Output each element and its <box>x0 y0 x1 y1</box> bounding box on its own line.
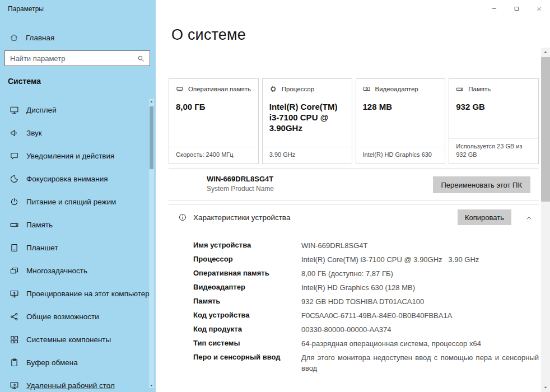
spec-row: Перо и сенсорный ввод Для этого монитора… <box>169 352 539 374</box>
summary-card: Видеоадаптер 128 MB Intel(R) HD Graphics… <box>356 78 446 164</box>
device-name-panel: WIN-669DRL8SG4T System Product Name Пере… <box>169 168 539 201</box>
spec-label: Имя устройства <box>193 240 301 249</box>
multitask-icon <box>10 266 19 276</box>
spec-row: Оперативная память 8,00 ГБ (доступно: 7,… <box>169 268 539 282</box>
home-icon <box>10 33 18 42</box>
components-icon <box>10 335 19 344</box>
sidebar-section-title: Система <box>8 77 41 86</box>
search-input[interactable] <box>5 54 137 63</box>
summary-card-title: Видеоадаптер <box>375 86 418 92</box>
sidebar-nav: Дисплей Звук Уведомления и действия Фоку… <box>0 99 147 392</box>
spec-row: Видеоадаптер Intel(R) HD Graphics 630 (1… <box>169 282 539 296</box>
summary-card-title: Оперативная память <box>188 86 251 92</box>
summary-card-header: Процессор <box>269 85 345 93</box>
sidebar-item[interactable]: Проецирование на этот компьютер <box>0 282 147 305</box>
device-specs-header: Характеристики устройства Копировать <box>169 204 539 229</box>
spec-value: F0C5AA0C-6711-49BA-84E0-0B0B40FBBA1A <box>301 310 539 321</box>
device-texts: WIN-669DRL8SG4T System Product Name <box>207 175 274 193</box>
minimize-button[interactable] <box>483 0 505 17</box>
search-icon[interactable] <box>137 54 145 63</box>
sidebar-item[interactable]: Питание и спящий режим <box>0 190 147 213</box>
spec-label: Видеоадаптер <box>193 282 301 291</box>
sidebar-item[interactable]: Память <box>0 213 147 236</box>
sidebar-scrollbar[interactable] <box>149 99 154 388</box>
sidebar-item[interactable]: Уведомления и действия <box>0 144 147 167</box>
close-button[interactable] <box>528 0 550 17</box>
device-specs-title: Характеристики устройства <box>193 213 290 222</box>
main-scroll-down-icon[interactable] <box>541 383 550 392</box>
main-scroll-up-icon[interactable] <box>541 48 550 57</box>
copy-button[interactable]: Копировать <box>458 209 511 225</box>
sidebar-item[interactable]: Фокусировка внимания <box>0 167 147 190</box>
clipboard-icon <box>10 358 19 367</box>
spec-value: 00330-80000-00000-AA374 <box>301 324 539 335</box>
device-specs-list: Имя устройства WIN-669DRL8SG4T Процессор… <box>169 240 539 374</box>
sidebar-item[interactable]: Системные компоненты <box>0 328 147 351</box>
notifications-icon <box>10 151 19 161</box>
main-content: О системе Оперативная память 8,00 ГБ Ско… <box>156 0 550 392</box>
sidebar-item[interactable]: Звук <box>0 122 147 144</box>
sidebar-scroll-up-icon[interactable] <box>149 99 154 104</box>
spec-label: Код продукта <box>193 324 301 333</box>
sidebar-item-home[interactable]: Главная <box>0 28 145 47</box>
sidebar-item[interactable]: Многозадачность <box>0 259 147 282</box>
spec-label: Тип системы <box>193 338 301 347</box>
summary-card-header: Видеоадаптер <box>363 85 439 93</box>
power-icon <box>10 197 19 207</box>
spec-value: 932 GB HDD TOSHIBA DT01ACA100 <box>301 296 539 307</box>
summary-card-value: 8,00 ГБ <box>176 101 251 112</box>
sidebar-item[interactable]: Дисплей <box>0 99 147 122</box>
home-label: Главная <box>26 34 54 42</box>
rename-pc-button[interactable]: Переименовать этот ПК <box>433 176 531 193</box>
sidebar-item[interactable]: Удаленный рабочий стол <box>0 374 147 392</box>
summary-card-title: Память <box>468 86 491 92</box>
summary-cards: Оперативная память 8,00 ГБ Скорость: 240… <box>169 78 539 164</box>
spec-row: Имя устройства WIN-669DRL8SG4T <box>169 240 539 254</box>
spec-row: Код продукта 00330-80000-00000-AA374 <box>169 324 539 338</box>
summary-card-value: 932 GB <box>456 101 532 112</box>
summary-card-value: 128 MB <box>363 101 439 112</box>
sidebar-scroll-down-icon[interactable] <box>149 382 154 388</box>
close-icon <box>536 6 542 12</box>
spec-row: Память 932 GB HDD TOSHIBA DT01ACA100 <box>169 296 539 310</box>
spec-value: Intel(R) HD Graphics 630 (128 MB) <box>301 282 539 293</box>
chevron-up-icon <box>525 214 533 222</box>
minimize-icon <box>491 6 497 12</box>
summary-card-value: Intel(R) Core(TM) i3-7100 CPU @ 3.90GHz <box>269 101 345 134</box>
spec-row: Тип системы 64-разрядная операционная си… <box>169 338 539 352</box>
summary-card: Память 932 GB Используется 23 GB из 932 … <box>449 78 539 164</box>
spec-label: Перо и сенсорный ввод <box>193 352 301 361</box>
spec-row: Процессор Intel(R) Core(TM) i3-7100 CPU … <box>169 254 539 268</box>
summary-card-footer: Используется 23 GB из 932 GB <box>449 138 538 164</box>
summary-card-footer: Intel(R) HD Graphics 630 <box>356 147 445 164</box>
focus-icon <box>10 174 19 184</box>
titlebar <box>156 0 550 17</box>
spec-label: Оперативная память <box>193 268 301 277</box>
spec-value: 64-разрядная операционная система, проце… <box>301 338 539 349</box>
cpu-icon <box>269 85 277 93</box>
main-scrollbar-thumb[interactable] <box>541 57 550 202</box>
tablet-icon <box>10 243 19 253</box>
maximize-button[interactable] <box>505 0 528 17</box>
gpu-icon <box>363 85 371 93</box>
spec-label: Код устройства <box>193 310 301 319</box>
projecting-icon <box>10 289 19 298</box>
summary-card-footer: Скорость: 2400 МГц <box>169 147 258 164</box>
sound-icon <box>10 128 19 138</box>
sidebar-item[interactable]: Общие возможности <box>0 305 147 328</box>
sidebar-item[interactable]: Буфер обмена <box>0 351 147 374</box>
main-scrollbar[interactable] <box>541 48 550 392</box>
sidebar-item[interactable]: Планшет <box>0 236 147 259</box>
spec-value: Для этого монитора недоступен ввод с пом… <box>301 352 539 374</box>
disk-icon <box>456 85 464 93</box>
window-controls <box>483 0 550 17</box>
spec-value: WIN-669DRL8SG4T <box>301 240 539 251</box>
window-caption: Параметры <box>8 5 44 13</box>
collapse-section-button[interactable] <box>523 212 534 223</box>
info-icon <box>178 213 187 222</box>
spec-label: Память <box>193 296 301 305</box>
settings-window: Параметры Главная Система Дисплей Звук У… <box>0 0 550 392</box>
device-product-name: System Product Name <box>207 185 274 193</box>
sidebar-scrollbar-thumb[interactable] <box>150 106 153 169</box>
spec-value: 8,00 ГБ (доступно: 7,87 ГБ) <box>301 268 539 279</box>
